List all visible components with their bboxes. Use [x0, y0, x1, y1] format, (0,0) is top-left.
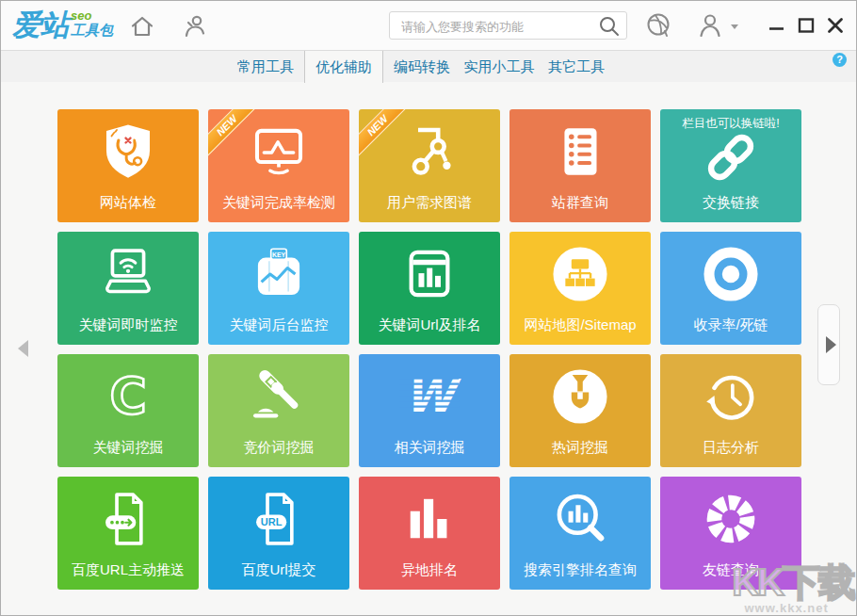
- help-icon[interactable]: ?: [833, 53, 847, 67]
- tab-1[interactable]: 常用工具: [227, 51, 304, 82]
- history-clock-icon: [660, 363, 801, 430]
- tile-target-ring[interactable]: 收录率/死链: [660, 232, 801, 345]
- tile-label: 异地排名: [359, 561, 500, 579]
- shovel-circle-icon: [509, 363, 651, 430]
- tile-list-pad[interactable]: 站群查询: [509, 109, 651, 222]
- tile-gavel[interactable]: 竞价词挖掘: [208, 354, 349, 467]
- chevron-right-icon: [826, 336, 836, 353]
- tab-4[interactable]: 实用小工具: [461, 51, 538, 82]
- tile-node-graph[interactable]: NEW用户需求图谱: [359, 109, 500, 222]
- logo-sub: 工具包: [71, 22, 113, 38]
- content-area: 网站体检NEW关键词完成率检测NEW用户需求图谱站群查询栏目也可以换链啦!交换链…: [1, 82, 856, 616]
- tile-window-bars[interactable]: 关键词Url及排名: [359, 232, 500, 345]
- window-bars-icon: [359, 240, 500, 308]
- sitemap-circle-icon: [509, 240, 651, 308]
- tile-doc-push[interactable]: 百度URL主动推送: [57, 477, 199, 590]
- shield-checkup-icon: [57, 118, 199, 186]
- tile-label: 收录率/死链: [660, 316, 801, 334]
- tile-letter-c[interactable]: C关键词挖掘: [57, 354, 199, 467]
- tile-label: 热词挖掘: [509, 439, 651, 457]
- watermark-url: www.kkx.net: [732, 602, 854, 615]
- tile-shield-checkup[interactable]: 网站体检: [57, 109, 199, 222]
- maximize-button[interactable]: [795, 14, 817, 37]
- laptop-wifi-icon: [57, 240, 199, 308]
- tile-label: 竞价词挖掘: [208, 439, 349, 457]
- tool-grid: 网站体检NEW关键词完成率检测NEW用户需求图谱站群查询栏目也可以换链啦!交换链…: [57, 109, 801, 590]
- tile-laptop-wifi[interactable]: 关键词即时监控: [57, 232, 199, 345]
- tile-label: 网站地图/Sitemap: [509, 316, 651, 334]
- app-window: 爱站 seo 工具包: [0, 0, 857, 616]
- svg-text:C: C: [109, 366, 146, 426]
- svg-text:URL: URL: [261, 516, 283, 527]
- tile-segment-wheel[interactable]: 友链查询: [660, 477, 801, 590]
- tile-label: 友链查询: [660, 561, 801, 579]
- search-icon[interactable]: [598, 15, 621, 38]
- app-logo: 爱站 seo 工具包: [12, 8, 113, 43]
- tile-label: 日志分析: [660, 439, 801, 457]
- account-icon[interactable]: [180, 12, 208, 41]
- tile-label: 网站体检: [57, 194, 199, 212]
- tile-label: 搜索引擎排名查询: [509, 561, 651, 579]
- chain-link-icon: [660, 130, 801, 185]
- tab-3[interactable]: 编码转换: [383, 51, 461, 82]
- target-ring-icon: [660, 240, 801, 308]
- tile-label: 关键词Url及排名: [359, 316, 500, 334]
- tile-label: 百度Url提交: [208, 561, 349, 579]
- tile-label: 用户需求图谱: [359, 194, 500, 212]
- logo-seo: seo: [71, 9, 113, 22]
- letter-c-icon: C: [57, 363, 199, 430]
- search-input[interactable]: [399, 14, 591, 39]
- striped-w-icon: W: [359, 363, 500, 430]
- tile-label: 关键词完成率检测: [208, 194, 349, 212]
- tile-bar-chart[interactable]: 异地排名: [359, 477, 500, 590]
- search-box: [389, 11, 627, 40]
- doc-url-icon: URL: [208, 485, 349, 553]
- doc-push-icon: [57, 485, 199, 553]
- tile-search-rank[interactable]: 搜索引擎排名查询: [509, 477, 651, 590]
- tile-shovel-circle[interactable]: 热词挖掘: [509, 354, 651, 467]
- svg-text:KEY: KEY: [272, 251, 286, 258]
- tile-chain-link[interactable]: 栏目也可以换链啦!交换链接: [660, 109, 801, 222]
- tile-label: 交换链接: [660, 194, 801, 212]
- home-icon[interactable]: [128, 12, 156, 41]
- tile-history-clock[interactable]: 日志分析: [660, 354, 801, 467]
- tile-sitemap-circle[interactable]: 网站地图/Sitemap: [509, 232, 651, 345]
- tab-list: 常用工具优化辅助编码转换实用小工具其它工具: [227, 51, 615, 82]
- top-bar: 爱站 seo 工具包: [1, 1, 856, 50]
- prev-page-arrow[interactable]: [18, 340, 28, 357]
- bar-chart-icon: [359, 485, 500, 553]
- next-page-button[interactable]: [817, 304, 840, 385]
- search-rank-icon: [509, 485, 651, 553]
- tab-5[interactable]: 其它工具: [538, 51, 615, 82]
- tile-label: 站群查询: [509, 194, 651, 212]
- list-pad-icon: [509, 118, 651, 186]
- key-chart-icon: KEY: [208, 240, 349, 308]
- tile-key-chart[interactable]: KEY关键词后台监控: [208, 232, 349, 345]
- tile-label: 相关词挖掘: [359, 439, 500, 457]
- caret-down-icon[interactable]: [731, 24, 738, 29]
- gavel-icon: [208, 363, 349, 430]
- tile-label: 关键词挖掘: [57, 439, 199, 457]
- tile-monitor-chart[interactable]: NEW关键词完成率检测: [208, 109, 349, 222]
- logo-brand: 爱站: [12, 8, 69, 43]
- tile-label: 百度URL主动推送: [57, 561, 199, 579]
- tile-striped-w[interactable]: W相关词挖掘: [359, 354, 500, 467]
- tile-label: 关键词后台监控: [208, 316, 349, 334]
- dribbble-icon[interactable]: [645, 11, 673, 40]
- user-icon[interactable]: [696, 11, 724, 40]
- tab-bar: 常用工具优化辅助编码转换实用小工具其它工具 ?: [1, 50, 856, 83]
- close-button[interactable]: [824, 14, 847, 37]
- tile-doc-url[interactable]: URL百度Url提交: [208, 477, 349, 590]
- segment-wheel-icon: [660, 485, 801, 553]
- minimize-button[interactable]: [766, 14, 788, 37]
- tile-label: 关键词即时监控: [57, 316, 199, 334]
- tab-2[interactable]: 优化辅助: [304, 51, 383, 83]
